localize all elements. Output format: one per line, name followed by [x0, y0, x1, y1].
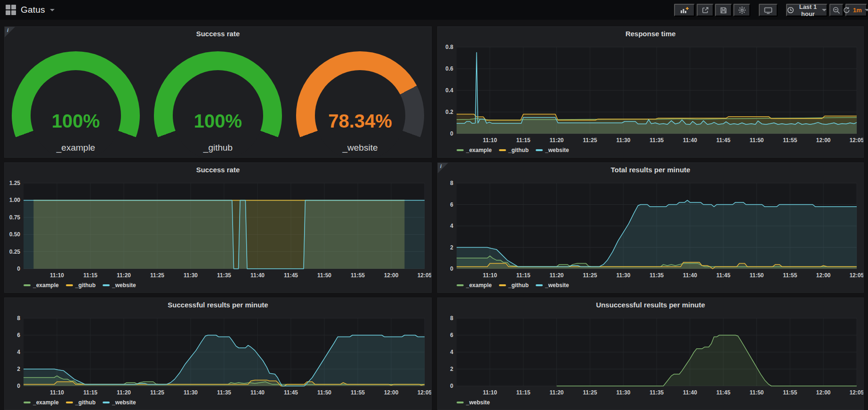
legend-item-_website[interactable]: _website	[457, 399, 490, 406]
x-tick-label: 11:15	[516, 389, 530, 396]
refresh-picker[interactable]: 1m	[845, 4, 867, 16]
panel-success-rate-gauges: i Success rate 100%_example100%_github78…	[4, 26, 432, 158]
x-tick-label: 12:05	[850, 272, 863, 279]
gauge-label: _website	[289, 143, 431, 153]
x-tick-label: 12:00	[816, 272, 831, 279]
legend-label: _example	[466, 147, 492, 153]
zoom-out-button[interactable]	[829, 4, 844, 16]
legend-item-_website[interactable]: _website	[536, 282, 569, 289]
x-tick-label: 11:50	[749, 137, 764, 144]
info-icon: i	[7, 27, 8, 33]
legend: _website	[457, 399, 490, 406]
x-tick-label: 11:35	[217, 389, 231, 396]
share-button[interactable]	[697, 4, 714, 16]
y-tick-label: 0	[450, 383, 453, 389]
x-tick-label: 11:20	[117, 389, 131, 396]
y-tick-label: 0.50	[9, 231, 21, 238]
dashboard-settings-button[interactable]	[733, 4, 750, 16]
legend-item-_github[interactable]: _github	[66, 282, 96, 289]
x-tick-label: 11:50	[749, 272, 764, 279]
legend-label: _example	[466, 282, 492, 289]
x-tick-label: 11:50	[749, 389, 764, 396]
y-tick-label: 6	[17, 332, 20, 338]
panel-total-results: i Total results per minute 11:1011:1511:…	[437, 162, 864, 293]
gauge-label: _example	[5, 143, 147, 153]
time-range-picker[interactable]: Last 1 hour	[786, 4, 828, 16]
panel-response-time: Response time 11:1011:1511:2011:2511:301…	[437, 26, 864, 158]
y-tick-label: 0.2	[445, 109, 453, 115]
gauge-value: 78.34%	[289, 111, 431, 132]
panel-title[interactable]: Success rate	[5, 30, 431, 38]
x-tick-label: 11:30	[616, 137, 630, 144]
y-tick-label: 0	[17, 265, 20, 272]
dashboard-brand[interactable]: Gatus	[6, 0, 55, 20]
graph-canvas: 11:1011:1511:2011:2511:3011:3511:4011:45…	[5, 298, 431, 410]
legend: _example_github_website	[24, 282, 136, 289]
dashboards-grid-icon	[6, 5, 16, 15]
legend-item-_website[interactable]: _website	[103, 399, 136, 406]
legend-item-_github[interactable]: _github	[66, 399, 96, 406]
y-tick-label: 0.6	[445, 65, 453, 72]
legend-label: _github	[508, 147, 529, 153]
save-button[interactable]	[715, 4, 732, 16]
legend-color-dash	[24, 284, 31, 286]
legend-item-_example[interactable]: _example	[457, 147, 492, 153]
x-tick-label: 12:05	[418, 389, 431, 396]
gauge-label: _github	[147, 143, 289, 153]
panel-title[interactable]: Total results per minute	[438, 166, 863, 174]
dashboard-title[interactable]: Gatus	[21, 5, 45, 15]
x-tick-label: 12:00	[384, 272, 399, 279]
panel-title[interactable]: Response time	[438, 30, 863, 38]
legend-item-_example[interactable]: _example	[457, 282, 492, 289]
graph-success-rate: 11:1011:1511:2011:2511:3011:3511:4011:45…	[5, 163, 431, 293]
panel-title[interactable]: Success rate	[5, 166, 431, 174]
y-tick-label: 0.8	[445, 44, 453, 50]
legend-item-_github[interactable]: _github	[499, 147, 529, 153]
panel-title[interactable]: Successful results per minute	[5, 301, 431, 309]
caret-down-icon	[50, 9, 55, 11]
legend-item-_example[interactable]: _example	[24, 399, 59, 406]
legend-color-dash	[536, 284, 543, 286]
x-tick-label: 12:00	[816, 137, 831, 144]
legend-item-_website[interactable]: _website	[103, 282, 136, 289]
legend-color-dash	[499, 284, 506, 286]
x-tick-label: 12:05	[850, 137, 863, 144]
legend-label: _website	[466, 399, 490, 406]
x-tick-label: 12:00	[816, 389, 831, 396]
y-tick-label: 0.4	[445, 87, 453, 94]
x-tick-label: 11:40	[683, 272, 697, 279]
y-tick-label: 0.75	[9, 214, 21, 221]
gauge-value: 100%	[147, 111, 289, 132]
legend-item-_example[interactable]: _example	[24, 282, 59, 289]
x-tick-label: 11:45	[284, 389, 298, 396]
refresh-interval-label: 1m	[853, 7, 862, 14]
y-tick-label: 0	[17, 383, 20, 389]
add-panel-button[interactable]	[674, 4, 695, 16]
x-tick-label: 11:55	[783, 137, 797, 144]
legend-color-dash	[457, 284, 464, 286]
monitor-icon	[764, 7, 772, 14]
gear-icon	[738, 6, 746, 14]
legend-label: _website	[112, 399, 136, 406]
time-range-label: Last 1 hour	[797, 3, 819, 17]
legend: _example_github_website	[24, 399, 136, 406]
legend: _example_github_website	[457, 147, 569, 153]
graph-unsuccessful-results: 11:1011:1511:2011:2511:3011:3511:4011:45…	[438, 298, 863, 410]
tv-mode-button[interactable]	[759, 4, 778, 16]
panel-title[interactable]: Unsuccessful results per minute	[438, 301, 863, 309]
y-tick-label: 1.25	[9, 180, 21, 186]
panel-info-corner[interactable]: i	[5, 27, 15, 37]
x-tick-label: 11:45	[284, 272, 298, 279]
legend-item-_github[interactable]: _github	[499, 282, 529, 289]
legend-color-dash	[499, 149, 506, 151]
x-tick-label: 11:30	[184, 272, 198, 279]
x-tick-label: 11:45	[716, 137, 731, 144]
x-tick-label: 11:10	[483, 389, 497, 396]
gauge-row: 100%_example100%_github78.34%_website	[5, 27, 431, 157]
legend-item-_website[interactable]: _website	[536, 147, 569, 153]
x-tick-label: 11:50	[317, 389, 331, 396]
x-tick-label: 11:20	[117, 272, 131, 279]
y-tick-label: 8	[17, 315, 20, 322]
panel-info-corner[interactable]: i	[438, 163, 448, 173]
graph-response-time: 11:1011:1511:2011:2511:3011:3511:4011:45…	[438, 27, 863, 158]
